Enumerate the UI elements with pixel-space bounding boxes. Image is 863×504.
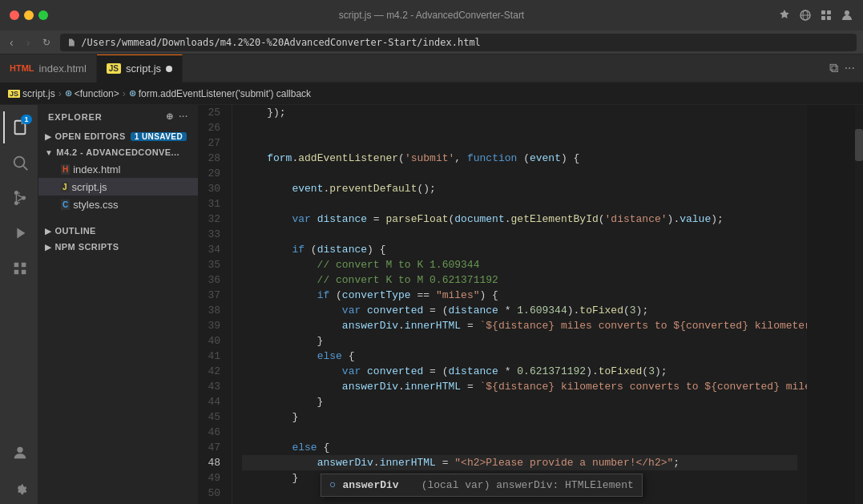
title-bar: script.js — m4.2 - AdvancedConverter-Sta… [0,0,863,30]
scrollbar-thumb[interactable] [855,129,863,161]
file-label-script: script.js [72,181,107,193]
breadcrumb-function[interactable]: ⊛ <function> [65,88,119,99]
more-icon[interactable]: ··· [179,111,188,122]
star-icon [778,9,791,22]
line-number: 37 [204,288,227,303]
autocomplete-label[interactable]: answerDiv [342,478,398,493]
code-line: var converted = (distance * 1.609344).to… [242,303,797,318]
forward-button[interactable]: › [23,34,34,50]
maximize-button[interactable] [38,10,48,20]
code-line: } [242,333,797,349]
line-number: 40 [204,333,227,349]
activity-bottom [3,437,35,504]
svg-line-9 [23,166,27,170]
sidebar-item-styles-css[interactable]: C styles.css [38,196,198,213]
file-label-styles: styles.css [73,199,118,211]
project-header[interactable]: ▼ M4.2 - ADVANCEDCONVE... [38,144,198,160]
code-line: answerDiv.innerHTML = `${distance} miles… [242,318,797,333]
svg-rect-3 [821,10,825,14]
breadcrumb-sep-1: › [58,88,62,99]
line-number: 49 [204,470,227,486]
more-actions-icon[interactable]: ··· [845,61,855,75]
svg-line-15 [18,199,22,201]
code-line: answerDiv.innerHTML = `${distance} kilom… [242,379,797,394]
line-number: 25 [204,105,227,120]
svg-line-14 [18,195,22,197]
activity-search[interactable] [3,147,35,179]
code-line: form.addEventListener('submit', function… [242,151,797,166]
outline-chevron-icon: ▶ [45,227,51,236]
minimize-button[interactable] [24,10,34,20]
sidebar-title: EXPLORER ⊕ ··· [38,105,198,128]
new-file-icon[interactable]: ⊕ [166,111,174,122]
activity-settings[interactable] [3,472,35,504]
html-file-icon: H [61,164,70,175]
line-number: 28 [204,151,227,166]
code-line: else { [242,349,797,364]
main-layout: 1 [0,105,863,504]
editor-area: 2526272829303132333435363738394041424344… [199,105,863,504]
activity-run-debug[interactable] [3,217,35,249]
network-icon [799,9,812,22]
activity-accounts[interactable] [3,437,35,469]
close-button[interactable] [10,10,19,20]
split-editor-icon[interactable]: ⧉ [829,61,838,75]
sidebar: EXPLORER ⊕ ··· ▶ OPEN EDITORS 1 UNSAVED … [38,105,199,504]
account-icon [841,9,853,22]
tab-bar: HTML index.html JS script.js ⧉ ··· [0,54,863,83]
line-number: 34 [204,242,227,257]
scrollbar[interactable] [855,105,863,504]
back-button[interactable]: ‹ [6,34,17,50]
line-number: 29 [204,166,227,181]
code-line: // convert M to K 1.609344 [242,257,797,272]
line-numbers: 2526272829303132333435363738394041424344… [199,105,232,504]
code-line: }); [242,501,797,504]
breadcrumb-file[interactable]: JS script.js [8,88,55,99]
activity-source-control[interactable] [3,182,35,214]
chevron-down-icon: ▶ [45,132,51,141]
activity-bar: 1 [0,105,38,504]
file-label-index: index.html [73,163,120,175]
code-line: // convert K to M 0.621371192 [242,272,797,288]
line-number: 43 [204,379,227,394]
code-line: answerDiv.innerHTML = "<h2>Please provid… [242,455,797,470]
code-line [242,196,797,212]
tab-index-html[interactable]: HTML index.html [0,54,97,83]
code-line [242,135,797,151]
accounts-icon [11,444,29,462]
open-editors-header[interactable]: ▶ OPEN EDITORS 1 UNSAVED [38,128,198,144]
line-number: 41 [204,349,227,364]
code-line: event.preventDefault(); [242,181,797,196]
minimap [807,105,855,504]
code-line: var converted = (distance * 0.621371192)… [242,364,797,379]
outline-header[interactable]: ▶ OUTLINE [38,223,198,239]
npm-scripts-header[interactable]: ▶ NPM SCRIPTS [38,239,198,255]
file-icon [67,38,76,47]
code-line [242,120,797,135]
autocomplete-popup: ○answerDiv(local var) answerDiv: HTMLEle… [321,474,643,497]
unsaved-indicator [166,66,172,72]
activity-extensions[interactable] [3,252,35,284]
line-number: 44 [204,394,227,409]
svg-point-16 [17,447,22,453]
window-title: script.js — m4.2 - AdvancedConverter-Sta… [339,10,524,21]
code-line: }); [242,105,797,120]
tab-script-js[interactable]: JS script.js [97,54,183,83]
line-number: 27 [204,135,227,151]
code-line: else { [242,440,797,455]
breadcrumb-callback[interactable]: ⊛ form.addEventListener('submit') callba… [129,88,311,99]
reload-button[interactable]: ↻ [39,35,54,50]
js-file-icon: J [61,182,69,192]
autocomplete-item-icon: ○ [329,478,336,493]
sidebar-item-script-js[interactable]: J script.js [38,178,198,196]
line-number: 31 [204,196,227,212]
code-line [242,227,797,242]
code-line: if (convertType == "miles") { [242,288,797,303]
code-editor[interactable]: }); form.addEventListener('submit', func… [232,105,807,504]
source-control-icon [11,189,29,207]
url-bar[interactable]: /Users/wmmead/Downloads/m4.2%20-%20Advan… [60,34,857,51]
sidebar-item-index-html[interactable]: H index.html [38,160,198,178]
activity-explorer[interactable]: 1 [3,111,35,143]
svg-rect-6 [827,16,831,20]
line-number: 45 [204,409,227,425]
